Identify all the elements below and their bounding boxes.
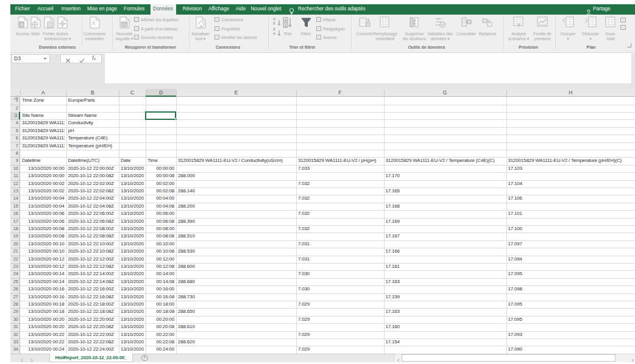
svg-text:A: A (20, 23, 23, 27)
svg-text:Z: Z (285, 24, 287, 27)
svg-text:A: A (284, 18, 286, 22)
svg-text:?: ? (517, 23, 520, 29)
